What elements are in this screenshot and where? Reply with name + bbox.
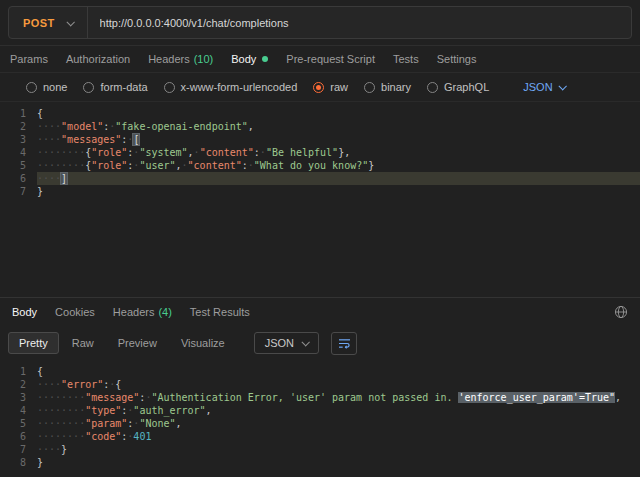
code-token: "message" [85,392,139,403]
code-line: 4········{"role":·"system",·"content":·"… [0,146,640,159]
code-token: ] [61,173,67,184]
response-tabs: BodyCookiesHeaders(4)Test Results [0,297,640,326]
code-line: 8} [0,456,640,469]
radio-icon [313,82,324,93]
chevron-down-icon [66,18,74,26]
code-text: ········"type":·"auth_error", [37,404,640,417]
response-format-selector[interactable]: JSON [254,332,319,354]
request-url-bar: POST [0,0,640,46]
radio-icon [26,82,37,93]
code-line: 2····"error":·{ [0,378,640,391]
tab-settings[interactable]: Settings [437,53,477,65]
code-token: [ [133,134,139,145]
url-input[interactable] [88,17,631,29]
code-token: "auth_error" [133,405,205,416]
code-text: ········"message":·"Authentication Error… [37,391,640,404]
code-token: ···· [37,121,61,132]
radio-label: x-www-form-urlencoded [181,81,298,93]
request-body-editor[interactable]: 1{2····"model":·"fake-openai-endpoint",3… [0,101,640,297]
view-tab-pretty[interactable]: Pretty [8,332,59,354]
line-number: 4 [0,146,37,159]
line-number: 3 [0,391,37,404]
bodytype-x-www-form-urlencoded[interactable]: x-www-form-urlencoded [164,81,298,93]
code-line: 1{ [0,107,640,120]
line-number: 7 [0,185,37,198]
method-label: POST [23,17,55,29]
tab-label: Headers [113,306,155,318]
line-number: 2 [0,120,37,133]
code-token: , [176,418,182,429]
api-client-window: POST ParamsAuthorizationHeaders(10)BodyP… [0,0,640,477]
tab-pre-request-script[interactable]: Pre-request Script [286,53,375,65]
bodytype-form-data[interactable]: form-data [83,81,147,93]
response-body-editor[interactable]: 1{2····"error":·{3········"message":·"Au… [0,360,640,477]
line-number: 1 [0,107,37,120]
code-token: "content" [188,160,242,171]
format-label: JSON [265,337,294,349]
code-text: ····"error":·{ [37,378,640,391]
response-view-tabs: PrettyRawPreviewVisualize [8,332,236,354]
code-token: ········ [37,160,85,171]
view-tab-preview[interactable]: Preview [107,332,168,354]
code-token: ···· [37,379,61,390]
code-token: "system" [139,147,187,158]
bodytype-graphql[interactable]: GraphQL [427,81,489,93]
line-number: 6 [0,172,37,185]
tab-label: Test Results [190,306,250,318]
code-token: } [61,444,67,455]
tab-label: Authorization [66,53,130,65]
tab-tests[interactable]: Tests [393,53,419,65]
line-number: 2 [0,378,37,391]
tab-authorization[interactable]: Authorization [66,53,130,65]
code-token: ········ [37,431,85,442]
tab-headers[interactable]: Headers(10) [148,53,213,65]
code-token: "What do you know?" [254,160,368,171]
bodytype-none[interactable]: none [26,81,67,93]
body-type-radios: noneform-datax-www-form-urlencodedrawbin… [26,81,489,93]
view-tab-visualize[interactable]: Visualize [170,332,236,354]
tab-cookies[interactable]: Cookies [55,306,95,318]
body-language-selector[interactable]: JSON [523,81,564,93]
bodytype-binary[interactable]: binary [364,81,411,93]
body-type-row: noneform-datax-www-form-urlencodedrawbin… [0,73,640,101]
radio-label: none [43,81,67,93]
tab-params[interactable]: Params [10,53,48,65]
code-token: ········ [37,418,85,429]
globe-icon[interactable] [614,305,628,319]
code-line: 7} [0,185,640,198]
code-token: "Authentication Error, 'user' param not … [151,392,458,403]
request-tabs: ParamsAuthorizationHeaders(10)BodyPre-re… [0,46,640,73]
tab-label: Params [10,53,48,65]
code-token: 401 [133,431,151,442]
line-number: 5 [0,417,37,430]
method-select[interactable]: POST [9,7,87,38]
code-token: "role" [91,147,127,158]
code-text: ········"param":·"None", [37,417,640,430]
code-token: "fake-openai-endpoint" [115,121,247,132]
radio-icon [427,82,438,93]
code-token: { [115,379,121,390]
code-token: , [206,405,212,416]
code-text: { [37,365,640,378]
code-token: "param" [85,418,127,429]
code-token: "messages" [61,134,121,145]
code-token: "model" [61,121,103,132]
tab-count: (4) [158,306,171,318]
code-token: { [37,108,43,119]
code-token: } [37,186,43,197]
response-toolbar: PrettyRawPreviewVisualize JSON [0,326,640,360]
code-token: ···· [37,173,61,184]
tab-label: Body [231,53,256,65]
view-tab-raw[interactable]: Raw [61,332,105,354]
tab-body[interactable]: Body [231,53,268,65]
wrap-text-button[interactable] [331,332,357,355]
url-field: POST [8,6,632,39]
tab-label: Headers [148,53,190,65]
bodytype-raw[interactable]: raw [313,81,348,93]
code-token: , [615,392,621,403]
tab-headers[interactable]: Headers(4) [113,306,172,318]
tab-body[interactable]: Body [12,306,37,318]
tab-test-results[interactable]: Test Results [190,306,250,318]
radio-label: form-data [100,81,147,93]
code-token: ········ [37,147,85,158]
